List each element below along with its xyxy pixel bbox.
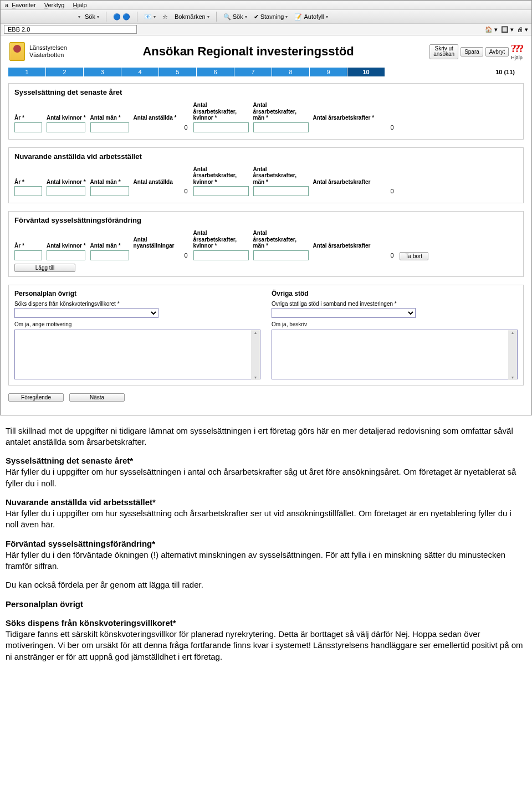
doc-p3: Här fyller du i uppgifter om hur syssels… [6,508,511,529]
step-2[interactable]: 2 [46,68,84,76]
label-man: Antal män * [90,115,129,121]
nav-row: Föregående Nästa [8,393,524,402]
input-ar[interactable] [14,122,42,132]
ta-bort-button[interactable]: Ta bort [400,252,429,260]
label-man: Antal män * [90,243,129,249]
step-1[interactable]: 1 [8,68,46,76]
step-6[interactable]: 6 [197,68,234,76]
scrollbar[interactable]: ▴▾ [508,330,517,380]
autofyll-button[interactable]: 📝 Autofyll ▾ [292,13,330,21]
select-dispens[interactable] [14,308,158,318]
help-icon[interactable]: ??? [511,43,523,55]
input-arsk[interactable] [193,186,249,196]
input-arsm[interactable] [253,186,309,196]
menu-hjalp[interactable]: Hjälp [73,2,86,8]
doc-h2: Nuvarande anställda vid arbetsstället* [6,497,156,507]
label-arsm: Antal årsarbetskrafter, män * [253,166,309,186]
textarea-beskriv[interactable] [272,330,518,379]
url-box[interactable]: EBB 2.0 [4,25,137,34]
label-nyanst: Antal nyanställningar [134,237,189,249]
label-arstot: Antal årsarbetskrafter [313,179,395,186]
step-5[interactable]: 5 [159,68,197,76]
spara-button[interactable]: Spara [461,47,483,56]
bokmarken-button[interactable]: Bokmärken ▾ [172,13,212,20]
doc-h4: Personalplan övrigt [6,599,526,610]
arrow-down-icon[interactable]: ▾ [254,375,257,380]
textarea-motivering[interactable] [14,330,260,379]
input-ar[interactable] [14,186,42,196]
input-kvinnor[interactable] [47,122,85,132]
rss-icon[interactable]: 🔲 ▾ [501,26,514,33]
label-ar: År * [14,179,42,186]
section-title: Sysselsättning det senaste året [14,88,518,96]
input-kvinnor[interactable] [47,250,85,260]
doc-p1: Till skillnad mot de uppgifter ni tidiga… [6,425,526,448]
home-icon[interactable]: 🏠 ▾ [485,26,498,33]
step-7[interactable]: 7 [234,68,272,76]
menu-verktyg[interactable]: Verktyg [44,2,65,8]
section-sysselsattning: Sysselsättning det senaste året År * Ant… [8,83,524,140]
input-kvinnor[interactable] [47,186,85,196]
arrow-up-icon[interactable]: ▴ [511,330,514,335]
lagg-till-button[interactable]: Lägg till [14,264,75,272]
input-arsk[interactable] [193,250,249,260]
section-forvantad: Förväntad sysselsättningsförändring År *… [8,211,524,277]
sok-button[interactable]: Sök ▾ [83,13,101,20]
arrow-up-icon[interactable]: ▴ [254,330,257,335]
step-3[interactable]: 3 [84,68,121,76]
print-icon[interactable]: 🖨 ▾ [517,26,528,33]
browser-chrome: a FFavoriteravoriter Verktyg Hjälp ▾ Sök… [0,0,532,415]
sok2-button[interactable]: 🔍 Sök ▾ [221,13,249,21]
input-arsk[interactable] [193,122,249,132]
input-arsm[interactable] [253,122,309,132]
foregaende-button[interactable]: Föregående [8,393,64,402]
ro-nyanst: 0 [134,250,189,260]
crest-icon [9,42,25,61]
step-4[interactable]: 4 [121,68,159,76]
doc-p2: Här fyller du i uppgifter om hur syssels… [6,467,516,487]
input-arsm[interactable] [253,250,309,260]
chevron-down-icon[interactable]: ▾ [78,14,80,19]
ro-arstot: 0 [313,186,395,196]
select-ovriga[interactable] [272,308,416,318]
doc-text: Till skillnad mot de uppgifter ni tidiga… [0,415,532,687]
ro-arstot: 0 [313,250,395,260]
section-title: Nuvarande anställda vid arbetsstället [14,152,518,161]
nav-icons[interactable]: 🔵 🔵 [111,13,132,21]
help-label: Hjälp [511,55,523,60]
input-man[interactable] [90,186,129,196]
app-header: Länsstyrelsen Västerbotten Ansökan Regio… [5,40,527,63]
label-ar: År * [14,243,42,249]
menu-favoriter[interactable]: a FFavoriteravoriter [5,2,36,8]
doc-p6: Tidigare fanns ett särskilt könskvoterin… [6,629,523,661]
arrow-down-icon[interactable]: ▾ [511,375,514,380]
doc-h1: Sysselsättning det senaste året* [6,456,133,465]
stavning-button[interactable]: ✔ Stavning ▾ [252,13,290,21]
doc-h5: Söks dispens från könskvoteringsvillkore… [6,618,176,628]
input-man[interactable] [90,250,129,260]
label-anstallda: Antal anställda * [134,115,189,121]
section-personalplan: Personalplan övrigt Söks dispens från kö… [8,285,524,386]
nasta-button[interactable]: Nästa [69,393,125,402]
doc-p4: Här fyller du i den förväntade ökningen … [6,550,505,571]
section-title: Förväntad sysselsättningsförändring [14,216,518,224]
skriv-ut-button[interactable]: Skriv ut ansökan [429,44,458,59]
avbryt-button[interactable]: Avbryt [485,47,509,56]
mail-icon[interactable]: 📧 ▾ [142,13,158,21]
label-kvinnor: Antal kvinnor * [47,115,86,121]
ro-arstot: 0 [313,122,395,132]
label-kvinnor: Antal kvinnor * [47,243,86,249]
step-10[interactable]: 10 [347,68,385,76]
url-bar-row: EBB 2.0 🏠 ▾ 🔲 ▾ 🖨 ▾ [1,24,531,35]
sub-title-right: Övriga stöd [272,290,518,297]
step-8[interactable]: 8 [272,68,310,76]
input-ar[interactable] [14,250,42,260]
doc-h3: Förväntad sysselsättningsförändring* [6,539,155,548]
step-9[interactable]: 9 [310,68,347,76]
star-icon[interactable]: ☆ [160,13,170,21]
org-name: Länsstyrelsen Västerbotten [29,44,67,58]
scrollbar[interactable]: ▴▾ [251,330,260,380]
input-man[interactable] [90,122,129,132]
label-arsm: Antal årsarbetskrafter, män * [253,102,309,121]
q-dispens: Söks dispens från könskvoteringsvillkore… [14,301,260,307]
